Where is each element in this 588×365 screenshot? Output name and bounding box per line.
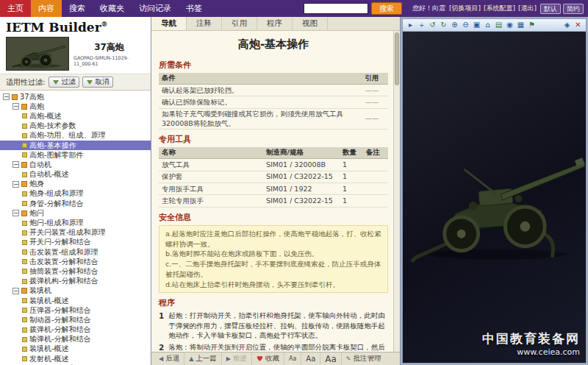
collapse-icon[interactable] — [12, 181, 19, 188]
theme-default-button[interactable]: 默认 — [540, 4, 561, 14]
tree-item[interactable]: 装填机-概述 — [0, 344, 151, 354]
gun-3d-model[interactable] — [403, 32, 586, 363]
rotate-cw-icon[interactable]: ↻ — [439, 21, 448, 29]
node-bullet-icon — [22, 317, 27, 322]
tree-item[interactable]: 自动机 — [0, 160, 151, 169]
collapse-icon[interactable] — [12, 103, 19, 110]
tree-item[interactable]: 高炮-技术参数 — [0, 121, 151, 131]
condition-row: 如果轮子充气嘴受到碰撞或其它损伤，则须先使用放气工具320008B将轮胎放气。 … — [159, 108, 388, 130]
tab-navigation[interactable]: 导航 — [151, 17, 187, 30]
theme-simple-button[interactable]: 简约 — [563, 4, 584, 14]
zoom-fit-icon[interactable]: ▣ — [472, 21, 481, 29]
nav-favorites[interactable]: 收藏夹 — [93, 0, 132, 17]
node-bullet-icon — [22, 172, 27, 177]
tree-item[interactable]: 高炮-功用、组成、原理 — [0, 131, 151, 141]
tree-item-label: 高炮-功用、组成、原理 — [29, 130, 106, 141]
tree-item[interactable]: 发射机-概述 — [0, 354, 151, 364]
view-settings-icon[interactable]: ◈ — [562, 21, 572, 29]
node-bullet-icon — [22, 230, 27, 235]
tool-name: 专用扳手工具 — [159, 183, 263, 195]
font-medium-button[interactable]: Aa — [301, 352, 320, 365]
tree-item[interactable]: 制动器-分解和结合 — [0, 315, 151, 325]
tree-item-37gaopao[interactable]: 37高炮 — [0, 92, 151, 102]
search-input[interactable] — [304, 3, 368, 14]
views-grid-icon[interactable]: ▦ — [516, 21, 526, 29]
search-button[interactable]: 搜索 — [371, 2, 402, 15]
tree-item[interactable]: 输弹机-分解和结合 — [0, 335, 151, 344]
nav-content[interactable]: 内容 — [31, 0, 62, 17]
node-bullet-icon — [21, 288, 27, 294]
tool-row: 保护套 SIM01 / C32022-15 1 — [159, 171, 388, 182]
tree-item[interactable]: 自动机-概述 — [0, 170, 151, 180]
tree-item-label: 自动机-概述 — [29, 169, 69, 180]
tree-item[interactable]: 拨弹机构-分解和结合 — [0, 277, 151, 286]
content-scrollbar-thumb[interactable] — [395, 32, 399, 85]
tree-item[interactable]: 高炮 — [0, 102, 151, 111]
collapse-icon[interactable] — [3, 93, 10, 100]
col-tool-name: 名称 — [159, 147, 263, 159]
tree-item-label: 高炮 — [29, 102, 44, 112]
wireframe-icon[interactable]: ▤ — [494, 21, 503, 29]
col-condition: 条件 — [159, 73, 356, 85]
home-view-icon[interactable]: ⌂ — [483, 21, 492, 29]
select-icon[interactable]: ▸ — [406, 21, 415, 29]
nav-bookmarks[interactable]: 书签 — [179, 0, 209, 17]
model-viewport[interactable]: 中国教育装备网 www.ceiea.com — [403, 32, 586, 363]
pan-icon[interactable]: ＋ — [417, 21, 426, 29]
font-small-button[interactable]: Aa — [284, 352, 301, 365]
collapse-icon[interactable] — [12, 161, 19, 168]
tree-item[interactable]: 炮身 — [0, 180, 151, 189]
tree-item[interactable]: 身管-分解和结合 — [0, 199, 151, 208]
nav-home[interactable]: 主页 — [0, 0, 31, 17]
tree-item[interactable]: 装填机 — [0, 286, 151, 296]
annotation-flag-icon[interactable]: ⚑ — [527, 21, 537, 29]
tree-item[interactable]: 炮身-组成和原理 — [0, 189, 151, 199]
tree-item[interactable]: 拨弹机-分解和结合 — [0, 325, 151, 335]
tree-item[interactable]: 击发装置-分解和结合 — [0, 257, 151, 266]
content-scrollbar[interactable] — [393, 31, 400, 352]
collapse-icon[interactable] — [12, 288, 19, 294]
tab-view[interactable]: 视图 — [293, 17, 328, 30]
tree-item[interactable]: 炮闩 — [0, 208, 151, 218]
tree-item[interactable]: 开关闩-分解和结合 — [0, 238, 151, 247]
node-bullet-icon — [22, 308, 27, 313]
shaded-icon[interactable]: ◉ — [505, 21, 514, 29]
bottom-button-icon: ▲ — [189, 355, 193, 362]
zoom-in-icon[interactable]: ⊕ — [450, 21, 459, 29]
tree-item-label: 击发装置-组成和原理 — [29, 247, 98, 258]
annotation-manage-button[interactable]: ✎ 批注管理 — [342, 352, 386, 365]
back-button[interactable]: ◀ 后退 — [154, 352, 184, 365]
tree-item[interactable]: 高炮-概述 — [0, 111, 151, 121]
font-large-button[interactable]: Aa — [320, 352, 342, 365]
tree-item[interactable]: 开关闩装置-组成和原理 — [0, 228, 151, 238]
tree-item-label: 开关闩-分解和结合 — [29, 237, 91, 247]
collapse-icon[interactable] — [12, 210, 19, 216]
link-logout[interactable]: [退出] — [518, 4, 537, 13]
favorite-button[interactable]: ♥ 收藏 — [252, 352, 284, 365]
applicability-filter-row: 适用性过滤: 过滤 取消 — [0, 74, 151, 91]
tree-item[interactable]: 击发装置-组成和原理 — [0, 247, 151, 257]
forward-button[interactable]: ▶ 前进 — [222, 352, 252, 365]
tab-annotation[interactable]: 注释 — [187, 17, 222, 30]
tree-item[interactable]: 压弹器-分解和结合 — [0, 305, 151, 315]
tool-row: 主轮专用扳手 SIM01 / C32022-15 1 — [159, 195, 388, 207]
condition-ref: —— — [356, 108, 388, 130]
tree-item-current[interactable]: 高炮-基本操作 — [0, 141, 151, 150]
nav-search[interactable]: 搜索 — [62, 0, 93, 17]
link-system-config[interactable]: [系统配置] — [484, 4, 515, 13]
filter-cancel-button[interactable]: 取消 — [82, 77, 113, 88]
filter-apply-button[interactable]: 过滤 — [49, 77, 79, 88]
tab-reference[interactable]: 引用 — [222, 17, 257, 30]
tab-procedure[interactable]: 程序 — [257, 17, 293, 30]
rotate-ccw-icon[interactable]: ↺ — [428, 21, 437, 29]
prev-article-button[interactable]: ▲ 上一篇 — [184, 352, 222, 365]
tree-item[interactable]: 高炮-图解零部件 — [0, 150, 151, 160]
zoom-out-icon[interactable]: ⊖ — [461, 21, 470, 29]
tree-item[interactable]: 装填机-概述 — [0, 296, 151, 305]
tree-item[interactable]: 抽筒装置-分解和结合 — [0, 266, 151, 276]
link-switch-project[interactable]: [切换项目] — [449, 4, 481, 13]
nav-history[interactable]: 访问记录 — [132, 0, 179, 17]
tree-item[interactable]: 炮闩-组成和原理 — [0, 218, 151, 227]
node-bullet-icon — [22, 113, 27, 118]
close-viewer-icon[interactable]: ✕ — [573, 21, 583, 29]
